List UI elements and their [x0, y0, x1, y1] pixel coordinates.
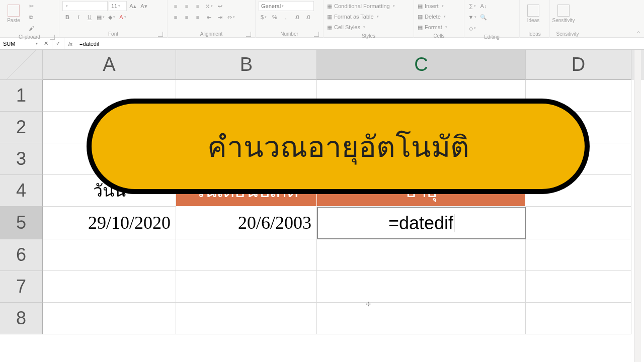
align-center-button[interactable]: ≡: [182, 12, 192, 22]
comma-button[interactable]: ,: [281, 12, 291, 22]
format-painter-button[interactable]: 🖌: [26, 23, 36, 33]
cell-A8[interactable]: [43, 303, 176, 334]
cell-B8[interactable]: [176, 303, 317, 334]
cell-D7[interactable]: [526, 271, 631, 303]
increase-font-button[interactable]: A▴: [128, 1, 138, 11]
merge-button[interactable]: ⇔: [226, 12, 236, 22]
border-button[interactable]: ▦: [96, 12, 106, 22]
percent-button[interactable]: %: [270, 12, 280, 22]
row-header-3[interactable]: 3: [0, 143, 43, 175]
sensitivity-group-label: Sensitivity: [556, 31, 579, 37]
row-header-6[interactable]: 6: [0, 239, 43, 271]
sensitivity-icon: [557, 5, 570, 17]
italic-button[interactable]: I: [73, 12, 84, 22]
styles-group-label: Styles: [362, 33, 375, 39]
alignment-group-label: Alignment: [200, 31, 222, 37]
cell-styles-button[interactable]: ▦ Cell Styles: [327, 22, 407, 32]
delete-cells-button[interactable]: ▦ Delete: [417, 12, 457, 22]
wrap-text-button[interactable]: ↩: [215, 1, 225, 11]
cell-C6[interactable]: [317, 239, 526, 271]
align-right-button[interactable]: ≡: [193, 12, 203, 22]
cut-button[interactable]: ✂: [26, 1, 36, 11]
row-header-2[interactable]: 2: [0, 112, 43, 143]
ribbon: Paste ✂ ⧉ 🖌 Clipboard 11 A▴ A▾ B I U ▦ ◆: [0, 0, 644, 38]
row-header-4[interactable]: 4: [0, 175, 43, 207]
col-header-B[interactable]: B: [176, 50, 317, 80]
cell-B7[interactable]: [176, 271, 317, 303]
cell-C7[interactable]: [317, 271, 526, 303]
cell-D5[interactable]: [526, 207, 631, 239]
name-box[interactable]: SUM: [0, 38, 40, 49]
row-header-5[interactable]: 5: [0, 207, 43, 239]
cell-A5[interactable]: 29/10/2020: [43, 207, 176, 239]
col-header-A[interactable]: A: [43, 50, 176, 80]
title-banner: คำนวณอายุอัตโนมัติ: [87, 99, 590, 194]
font-launcher[interactable]: [158, 32, 163, 37]
ideas-icon: [527, 5, 539, 17]
font-family-select[interactable]: [62, 1, 108, 11]
decrease-indent-button[interactable]: ⇤: [204, 12, 214, 22]
copy-button[interactable]: ⧉: [26, 12, 36, 22]
autosum-button[interactable]: ∑: [467, 1, 477, 11]
number-launcher[interactable]: [314, 32, 319, 37]
font-group-label: Font: [108, 31, 118, 37]
conditional-formatting-button[interactable]: ▦ Conditional Formatting: [327, 1, 407, 11]
decrease-decimal-button[interactable]: .0: [303, 12, 313, 22]
decrease-font-button[interactable]: A▾: [139, 1, 149, 11]
cell-D6[interactable]: [526, 239, 631, 271]
col-header-C[interactable]: C: [317, 50, 526, 80]
cell-C5-editing[interactable]: =datedif: [317, 207, 526, 239]
insert-cells-button[interactable]: ▦ Insert: [417, 1, 457, 11]
number-group-label: Number: [280, 31, 298, 37]
cell-cursor-icon: ✢: [366, 301, 371, 308]
collapse-ribbon-button[interactable]: ⌃: [636, 30, 641, 37]
fill-button[interactable]: ▼: [467, 12, 477, 22]
font-color-button[interactable]: A: [118, 12, 128, 22]
format-cells-button[interactable]: ▦ Format: [417, 22, 457, 32]
cell-C5-value: =datedif: [388, 213, 453, 234]
cell-D8[interactable]: [526, 303, 631, 334]
align-bottom-button[interactable]: ≡: [193, 1, 203, 11]
underline-button[interactable]: U: [85, 12, 95, 22]
sensitivity-button[interactable]: Sensitivity: [553, 1, 574, 26]
clear-button[interactable]: ◇: [467, 23, 477, 33]
find-select-button[interactable]: 🔍: [478, 12, 489, 22]
vertical-scrollbar[interactable]: [634, 50, 641, 362]
clipboard-icon: [8, 5, 20, 17]
clipboard-launcher[interactable]: [50, 35, 55, 40]
accounting-button[interactable]: $: [259, 12, 269, 22]
cell-A6[interactable]: [43, 239, 176, 271]
column-headers: A B C D: [0, 50, 644, 80]
paste-label: Paste: [7, 18, 20, 23]
cell-C8[interactable]: [317, 303, 526, 334]
number-format-select[interactable]: General: [259, 1, 314, 11]
paste-button[interactable]: Paste: [3, 1, 24, 26]
align-middle-button[interactable]: ≡: [182, 1, 192, 11]
fx-icon[interactable]: fx: [64, 38, 76, 49]
align-left-button[interactable]: ≡: [171, 12, 181, 22]
row-header-8[interactable]: 8: [0, 303, 43, 334]
select-all-corner[interactable]: [0, 50, 43, 80]
cell-B6[interactable]: [176, 239, 317, 271]
ideas-button[interactable]: Ideas: [523, 1, 544, 26]
row-header-7[interactable]: 7: [0, 271, 43, 303]
alignment-launcher[interactable]: [246, 32, 251, 37]
align-top-button[interactable]: ≡: [171, 1, 181, 11]
ideas-group-label: Ideas: [528, 31, 540, 37]
editing-group-label: Editing: [484, 34, 500, 40]
format-as-table-button[interactable]: ▦ Format as Table: [327, 12, 407, 22]
increase-indent-button[interactable]: ⇥: [215, 12, 225, 22]
col-header-D[interactable]: D: [526, 50, 631, 80]
text-caret: [454, 214, 454, 232]
cell-B5[interactable]: 20/6/2003: [176, 207, 317, 239]
cell-A7[interactable]: [43, 271, 176, 303]
orientation-button[interactable]: ⤭: [204, 1, 214, 11]
row-header-1[interactable]: 1: [0, 80, 43, 112]
increase-decimal-button[interactable]: .0: [292, 12, 302, 22]
cells-group-label: Cells: [433, 33, 444, 39]
bold-button[interactable]: B: [62, 12, 72, 22]
fill-color-button[interactable]: ◆: [107, 12, 117, 22]
sort-filter-button[interactable]: A↓: [478, 1, 489, 11]
font-size-select[interactable]: 11: [109, 1, 127, 11]
formula-bar: SUM ✕ ✓ fx =datedif: [0, 38, 644, 50]
